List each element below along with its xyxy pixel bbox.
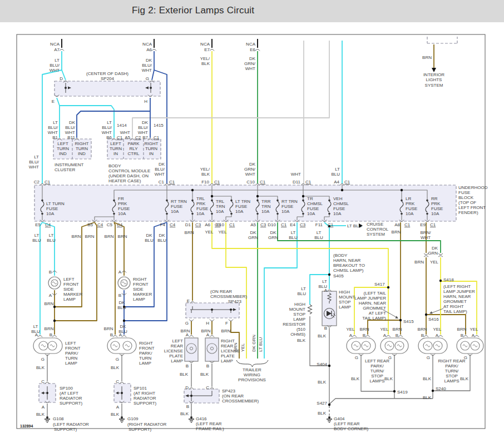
label: BRN (45, 301, 54, 306)
label: BLU/ (48, 125, 58, 130)
label: LT TURN (46, 201, 65, 206)
label: C1 (328, 222, 334, 227)
label: PRK (118, 201, 127, 206)
label: DK (118, 300, 125, 305)
junction-dot (393, 390, 396, 392)
label: (ON REAR (222, 394, 244, 399)
label: LT (49, 233, 54, 238)
label: LEFT FRONT (458, 205, 486, 210)
label: LEFT (63, 277, 75, 282)
label: YEL (433, 327, 442, 332)
label: CTRL (128, 151, 140, 156)
label: E10 (216, 222, 225, 227)
label: A (349, 333, 353, 338)
label: H (144, 99, 147, 104)
label: SP101 (134, 386, 147, 391)
label: TURN (110, 146, 122, 151)
label: A4 (334, 180, 339, 185)
label: LT (55, 58, 60, 63)
label: G (41, 357, 45, 362)
label: BLK (318, 334, 327, 339)
label: B5 (87, 222, 93, 227)
fuse-terminal-dot (302, 213, 304, 215)
label: TURN (139, 356, 151, 361)
label: BLOCK (458, 195, 474, 200)
label: LEFT (172, 339, 183, 344)
label: A (118, 270, 122, 275)
junction-dot (401, 189, 403, 191)
label: B (49, 270, 52, 275)
left-rear-park-turn-stop-lamp-1 (347, 338, 375, 354)
ground-g109 (119, 419, 125, 420)
label: F4 (160, 222, 166, 227)
label: RESISTOR (283, 322, 305, 327)
label: FUSE (406, 206, 417, 211)
label: BRN (392, 230, 401, 235)
label: BLU (331, 172, 340, 177)
label: C1 (260, 180, 266, 185)
label: SUPPORT) (129, 427, 152, 432)
label: A (324, 288, 328, 293)
label: DK GRN (251, 335, 256, 352)
label: DK (249, 162, 256, 167)
label: BLK (36, 412, 45, 417)
ground-g109-dot (121, 416, 123, 419)
label: 1415 (154, 123, 164, 128)
label: G416 (196, 416, 207, 421)
label: A (472, 333, 475, 338)
label: SP423 (228, 299, 242, 304)
label: BLU (314, 235, 323, 240)
fuse-terminal-dot (166, 213, 168, 215)
label: (LEFT RADIATOR (53, 422, 89, 427)
label: SP204 (101, 76, 115, 81)
label: BRN (418, 327, 427, 332)
label: BLK (201, 61, 210, 66)
fuse-terminal-dot (328, 213, 330, 215)
label: A (119, 332, 122, 337)
fuse-terminal-dot (211, 213, 213, 215)
label: GRN/ (244, 167, 256, 172)
label: BLU/ (102, 125, 112, 130)
label: FUSE (281, 204, 293, 209)
label: BREAKOUT TO (333, 263, 365, 268)
label: GRN/ (244, 61, 256, 66)
ground-g416 (190, 420, 193, 421)
label: A (35, 332, 38, 337)
fuse-terminal-dot (41, 200, 43, 202)
label: PARK/ (139, 351, 152, 356)
label: LEFT (65, 341, 76, 346)
label: S404 (317, 362, 327, 367)
label: BLU/ (142, 63, 152, 68)
label: RT TRN (281, 199, 298, 204)
label: IN (113, 151, 118, 156)
label: C1 (117, 135, 123, 140)
label: C4 (45, 222, 51, 227)
label: BRN (105, 234, 114, 239)
fuse-terminal-dot (230, 200, 233, 202)
fuse-terminal-dot (302, 200, 304, 202)
label: B6 (106, 135, 112, 140)
label: LICENSE (164, 349, 183, 354)
label: (LEFT RIGHT (443, 284, 471, 289)
label: 10A (235, 209, 244, 214)
label: WHT (245, 66, 255, 71)
label: DK (432, 246, 438, 251)
label: CROSSMEMBER) (210, 294, 248, 299)
label: DK (146, 58, 152, 63)
label: SUPPORT) (60, 401, 83, 406)
label: LT (53, 120, 58, 125)
label: BLK (111, 365, 120, 370)
label: FUSE (431, 206, 443, 211)
label: BLU/ (50, 63, 60, 68)
label: A5 (250, 222, 256, 227)
label: RIGHT (139, 341, 153, 346)
label: STOP (293, 312, 305, 317)
ground-g108 (46, 420, 49, 421)
label: BLU/ (65, 125, 76, 130)
label: LAMP JUMPER (354, 296, 386, 301)
ground-g404 (329, 422, 330, 422)
label: 10A (261, 209, 270, 214)
fuse-terminal-dot (276, 213, 279, 215)
label: A6 (146, 47, 152, 52)
label: (CENTER OF DASH) (86, 71, 129, 76)
